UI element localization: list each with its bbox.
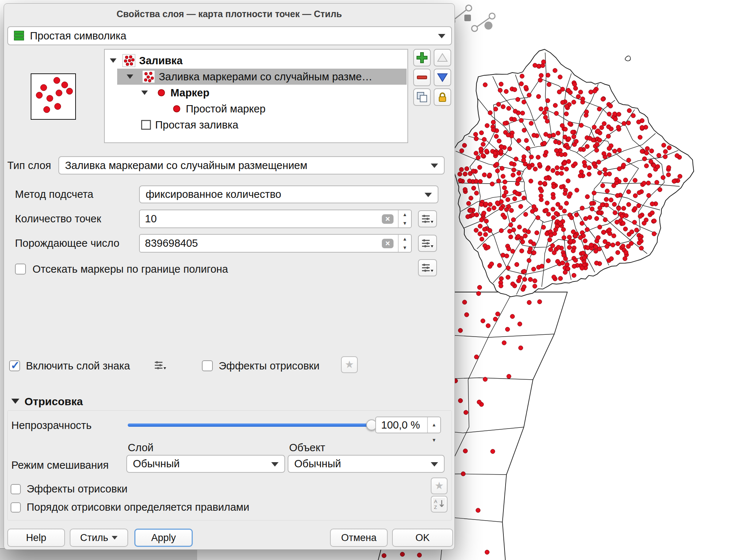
- move-down-button[interactable]: [434, 69, 451, 86]
- layer-type-select[interactable]: Заливка маркерами со случайным размещени…: [58, 156, 445, 174]
- tree-item-simple-marker[interactable]: Простой маркер: [105, 101, 407, 117]
- ok-button-label: OK: [415, 532, 430, 544]
- marker-fill-icon: [142, 70, 155, 85]
- chevron-down-icon: [112, 536, 118, 540]
- duplicate-symbol-layer-button[interactable]: [413, 88, 431, 106]
- single-symbol-icon: [14, 30, 25, 41]
- point-count-spinner[interactable]: [398, 210, 411, 227]
- chevron-down-icon[interactable]: [110, 58, 116, 63]
- opacity-spinbox[interactable]: 100,0 %: [375, 417, 441, 433]
- seed-label: Порождающее число: [15, 234, 119, 253]
- background-panel: [0, 548, 197, 560]
- chevron-down-icon: [438, 34, 445, 38]
- symbology-select-value: Простая символика: [30, 30, 126, 42]
- lock-color-button[interactable]: [434, 88, 451, 106]
- style-button-label: Стиль: [80, 532, 108, 544]
- clip-markers-checkbox[interactable]: [15, 264, 26, 275]
- chevron-down-icon: [271, 462, 279, 467]
- data-defined-override-button[interactable]: [418, 210, 437, 227]
- draw-effects-checkbox[interactable]: [202, 360, 213, 371]
- chevron-down-icon: [431, 164, 438, 168]
- chevron-down-icon: [425, 193, 432, 197]
- effects-options-button[interactable]: [341, 356, 358, 373]
- tree-item-random-marker-fill[interactable]: Заливка маркерами со случайным разме…: [105, 69, 407, 85]
- symbology-select[interactable]: Простая символика: [7, 26, 452, 45]
- symbol-preview: [31, 73, 76, 120]
- data-defined-override-button[interactable]: [418, 259, 437, 276]
- chevron-down-icon[interactable]: [141, 91, 148, 95]
- chevron-down-icon: [431, 462, 438, 467]
- feature-blend-value: Обычный: [294, 458, 341, 470]
- point-count-input[interactable]: [140, 210, 411, 227]
- seed-input[interactable]: [140, 235, 411, 252]
- point-count-label: Количество точек: [15, 210, 101, 228]
- apply-button-label: Apply: [151, 532, 176, 544]
- ok-button[interactable]: OK: [392, 529, 453, 547]
- draw-effects-label: Эффекты отрисовки: [219, 357, 319, 375]
- marker-icon: [172, 104, 181, 115]
- seed-spinner[interactable]: [398, 235, 411, 252]
- cancel-button[interactable]: Отмена: [330, 529, 388, 547]
- count-method-select[interactable]: фиксированное количество: [139, 185, 438, 203]
- clip-markers-label: Отсекать маркеры по границе полигона: [32, 260, 228, 278]
- rendering-effects-checkbox[interactable]: [11, 484, 21, 494]
- layer-blend-select[interactable]: Обычный: [126, 455, 285, 473]
- clear-input-icon[interactable]: [382, 214, 394, 224]
- cancel-button-label: Отмена: [341, 532, 377, 544]
- move-up-button[interactable]: [434, 49, 451, 66]
- rendering-effects-label: Эффекты отрисовки: [27, 480, 127, 497]
- layer-properties-dialog: Свойства слоя — карта плотности точек — …: [4, 3, 455, 550]
- count-method-label: Метод подсчета: [15, 185, 93, 203]
- opacity-value: 100,0 %: [381, 419, 420, 431]
- tree-item-simple-fill[interactable]: Простая заливка: [105, 117, 407, 133]
- svg-text:Z: Z: [434, 505, 437, 510]
- rendering-section-title[interactable]: Отрисовка: [24, 394, 83, 410]
- point-count-field-wrap: [139, 210, 412, 228]
- enable-symbol-layer-label: Включить слой знака: [26, 357, 130, 375]
- blend-mode-label: Режим смешивания: [11, 456, 109, 474]
- data-defined-override-button[interactable]: [154, 361, 166, 370]
- enable-symbol-layer-checkbox[interactable]: [9, 360, 20, 371]
- style-menu-button[interactable]: Стиль: [70, 529, 128, 547]
- apply-button[interactable]: Apply: [134, 529, 193, 547]
- marker-icon: [157, 88, 166, 99]
- marker-fill-icon: [122, 54, 135, 69]
- layer-blend-value: Обычный: [133, 458, 180, 470]
- symbol-tree: Заливка Заливка маркерами со случайным р…: [104, 49, 408, 143]
- opacity-slider-fill: [128, 423, 372, 427]
- data-defined-override-button[interactable]: [418, 235, 437, 252]
- chevron-down-icon[interactable]: [127, 74, 133, 79]
- blend-layer-column-label: Слой: [128, 440, 154, 455]
- layer-type-label: Тип слоя: [7, 156, 51, 174]
- effects-options-button[interactable]: [431, 477, 448, 494]
- opacity-slider[interactable]: [128, 423, 372, 427]
- layer-type-value: Заливка маркерами со случайным размещени…: [65, 160, 307, 172]
- tree-item-marker[interactable]: Маркер: [105, 85, 407, 101]
- feature-order-checkbox[interactable]: [11, 502, 21, 513]
- opacity-spinner[interactable]: [427, 417, 440, 433]
- svg-text:A: A: [434, 499, 437, 504]
- tree-item-fill[interactable]: Заливка: [105, 53, 407, 69]
- opacity-label: Непрозрачность: [11, 417, 92, 434]
- feature-blend-select[interactable]: Обычный: [288, 455, 445, 473]
- count-method-value: фиксированное количество: [146, 188, 281, 200]
- clear-input-icon[interactable]: [382, 239, 394, 248]
- chevron-down-icon[interactable]: [11, 399, 19, 404]
- seed-field-wrap: [139, 234, 412, 253]
- simple-fill-icon: [141, 120, 151, 131]
- help-button[interactable]: Help: [7, 529, 65, 547]
- feature-order-label: Порядок отрисовки определяется правилами: [27, 499, 249, 515]
- blend-feature-column-label: Объект: [289, 440, 325, 455]
- remove-symbol-layer-button[interactable]: [413, 69, 431, 86]
- dialog-title[interactable]: Свойства слоя — карта плотности точек — …: [4, 4, 454, 23]
- add-symbol-layer-button[interactable]: [413, 49, 431, 66]
- sort-order-button[interactable]: AZ: [431, 496, 448, 513]
- help-button-label: Help: [26, 532, 46, 544]
